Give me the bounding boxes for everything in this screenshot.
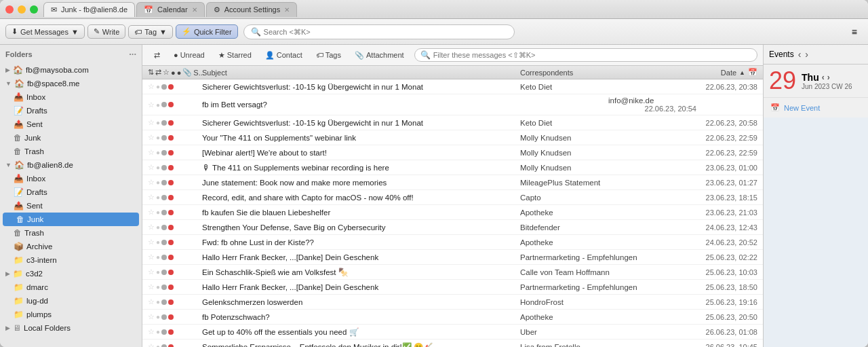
table-row[interactable]: ☆ ● June statement: Book now and make mo…: [142, 175, 763, 190]
table-row[interactable]: ☆ ● Ein Schaschlik-Spieß wie am Volksfes…: [142, 265, 763, 280]
alien8-label: fb@alien8.de: [27, 161, 73, 169]
cal-next-btn[interactable]: ›: [827, 73, 830, 82]
table-row[interactable]: ☆ ● Gelenkschmerzen loswerden HondroFros…: [142, 295, 763, 310]
maximize-button[interactable]: [30, 5, 38, 14]
tab-account-settings-close[interactable]: ✕: [284, 6, 290, 14]
filter-unread-button[interactable]: ● Unread: [167, 49, 211, 61]
star-icon[interactable]: ☆: [148, 312, 155, 321]
dot1-icon: [161, 270, 167, 275]
dot2-icon: [168, 299, 174, 305]
star-icon[interactable]: ☆: [148, 282, 155, 291]
sidebar-item-space8-trash[interactable]: 🗑 Trash: [0, 145, 142, 158]
sidebar-item-alien8-junk[interactable]: 🗑 Junk: [3, 213, 139, 226]
col-correspondent-header[interactable]: Correspondents: [520, 69, 669, 77]
star-icon[interactable]: ☆: [148, 118, 155, 127]
table-row[interactable]: ☆ ● Strengthen Your Defense, Save Big on…: [142, 220, 763, 235]
filter-attachment-button[interactable]: 📎 Attachment: [349, 49, 410, 62]
star-icon[interactable]: ☆: [148, 82, 155, 91]
star-icon[interactable]: ☆: [148, 223, 155, 232]
sidebar-item-maysoba[interactable]: ▶ 🏠 fb@maysoba.com: [0, 63, 142, 77]
sidebar-item-alien8-trash[interactable]: 🗑 Trash: [0, 226, 142, 240]
star-icon[interactable]: ☆: [148, 253, 155, 261]
tag-button[interactable]: 🏷 Tag ▼: [128, 25, 173, 39]
sidebar-item-space8-junk[interactable]: 🗑 Junk: [0, 131, 142, 145]
cal-prev-btn[interactable]: ‹: [822, 73, 825, 82]
search-box[interactable]: 🔍: [243, 24, 515, 39]
table-row[interactable]: ☆ ● Record, edit, and share with Capto f…: [142, 190, 763, 205]
table-row[interactable]: ☆ ● Sommerliche Ersparnisse – Entfessele…: [142, 340, 763, 347]
table-row[interactable]: ☆ ● fb kaufen Sie die blauen Liebeshelfe…: [142, 205, 763, 220]
table-row[interactable]: ☆ ● Sicherer Gewichtsverlust: -10-15 kg …: [142, 79, 763, 94]
star-icon[interactable]: ☆: [148, 133, 155, 142]
events-prev-button[interactable]: ‹: [797, 49, 803, 60]
sidebar-item-space8-sent[interactable]: 📤 Sent: [0, 117, 142, 131]
tab-account-settings[interactable]: ⚙ Account Settings ✕: [206, 2, 298, 17]
table-row[interactable]: ☆ ● Your "The 411 on Supplements" webina…: [142, 130, 763, 145]
sidebar-item-c3d2[interactable]: ▶ 📁 c3d2: [0, 267, 142, 280]
filter-search-box[interactable]: 🔍: [414, 48, 757, 62]
starred-label: Starred: [227, 51, 252, 59]
star-icon[interactable]: ☆: [148, 178, 155, 187]
email-date: 22.06.23, 20:54: [608, 105, 696, 113]
sidebar-item-space8-drafts[interactable]: 📝 Drafts: [0, 104, 142, 117]
star-icon[interactable]: ☆: [148, 297, 155, 306]
new-event-button[interactable]: 📅 New Event: [764, 98, 868, 117]
table-row[interactable]: ☆ ● fb im Bett versagt? info@nike.de 22.…: [142, 94, 763, 115]
star-icon[interactable]: ☆: [148, 238, 155, 246]
dot1-icon: [161, 102, 167, 107]
filter-tags-button[interactable]: 🏷 Tags: [310, 49, 347, 61]
events-next-button[interactable]: ›: [804, 49, 810, 60]
sidebar-more-button[interactable]: ···: [129, 49, 136, 59]
main-content: Folders ··· ▶ 🏠 fb@maysoba.com ▼ 🏠 fb@sp…: [0, 45, 868, 347]
table-row[interactable]: ☆ ● fb Potenzschwach? Apotheke 25.06.23,…: [142, 310, 763, 325]
sidebar-item-alien8-archive[interactable]: 📦 Archive: [0, 240, 142, 253]
table-row[interactable]: ☆ ● Hallo Herr Frank Becker, ...[Danke] …: [142, 280, 763, 295]
filter-search-input[interactable]: [433, 51, 751, 59]
filter-search-icon: 🔍: [420, 50, 431, 60]
tags-label: Tags: [326, 51, 341, 59]
filter-starred-button[interactable]: ★ Starred: [212, 49, 258, 62]
sidebar-item-alien8-inbox[interactable]: 📥 Inbox: [0, 172, 142, 185]
col-date-header[interactable]: Date ▲ 📅: [669, 68, 757, 77]
tab-calendar-close[interactable]: ✕: [192, 6, 197, 14]
write-button[interactable]: ✎ Write: [87, 24, 125, 39]
quick-filter-button[interactable]: ⚡ Quick Filter: [176, 24, 238, 39]
col-flags-header[interactable]: ⇅ ⇄ ☆ ● ● 📎 S...: [148, 68, 202, 77]
sidebar-item-space8[interactable]: ▼ 🏠 fb@space8.me: [0, 77, 142, 90]
sidebar-item-dmarc[interactable]: 📁 dmarc: [0, 280, 142, 294]
table-row[interactable]: ☆ ● Sicherer Gewichtsverlust: -10-15 kg …: [142, 115, 763, 130]
sidebar-item-space8-inbox[interactable]: 📥 Inbox: [0, 90, 142, 104]
filter-contact-button[interactable]: 👤 Contact: [259, 49, 309, 62]
col-subject-header[interactable]: Subject: [202, 69, 520, 77]
minimize-button[interactable]: [18, 5, 26, 14]
sidebar-item-lug-dd[interactable]: 📁 lug-dd: [0, 294, 142, 308]
table-row[interactable]: ☆ ● Hallo Herr Frank Becker, ...[Danke] …: [142, 250, 763, 265]
tab-calendar[interactable]: 📅 Calendar ✕: [136, 2, 205, 17]
sidebar-item-local-folders[interactable]: ▶ 🖥 Local Folders: [0, 321, 142, 335]
tab-junk[interactable]: ✉ Junk - fb@alien8.de: [43, 2, 135, 17]
alien8-inbox-label: Inbox: [26, 175, 136, 183]
get-messages-button[interactable]: ⬇ Get Messages ▼: [5, 24, 85, 39]
table-row[interactable]: ☆ ● Fwd: fb ohne Lust in der Kiste?? Apo…: [142, 235, 763, 250]
star-icon[interactable]: ☆: [148, 193, 155, 202]
table-row[interactable]: ☆ ● [Webinar alert!] We're about to star…: [142, 145, 763, 160]
star-icon[interactable]: ☆: [148, 163, 155, 172]
filter-thread-button[interactable]: ⇄: [148, 49, 166, 62]
star-icon[interactable]: ☆: [148, 268, 155, 276]
search-input[interactable]: [264, 28, 507, 36]
star-icon[interactable]: ☆: [148, 327, 155, 336]
sidebar-item-alien8-drafts[interactable]: 📝 Drafts: [0, 185, 142, 199]
sidebar-item-alien8[interactable]: ▼ 🏠 fb@alien8.de: [0, 158, 142, 172]
sidebar-item-plumps[interactable]: 📁 plumps: [0, 308, 142, 321]
star-icon[interactable]: ☆: [148, 101, 155, 109]
star-icon[interactable]: ☆: [148, 208, 155, 217]
sidebar-item-alien8-c3intern[interactable]: 📁 c3-intern: [0, 253, 142, 267]
sidebar-item-alien8-sent[interactable]: 📤 Sent: [0, 199, 142, 213]
write-icon: ✎: [94, 27, 100, 36]
star-icon[interactable]: ☆: [148, 342, 155, 347]
star-icon[interactable]: ☆: [148, 148, 155, 157]
table-row[interactable]: ☆ ● 🎙 The 411 on Supplements webinar rec…: [142, 160, 763, 175]
table-row[interactable]: ☆ ● Get up to 40% off the essentials you…: [142, 325, 763, 340]
close-button[interactable]: [5, 5, 14, 14]
menu-button[interactable]: ≡: [846, 24, 863, 39]
